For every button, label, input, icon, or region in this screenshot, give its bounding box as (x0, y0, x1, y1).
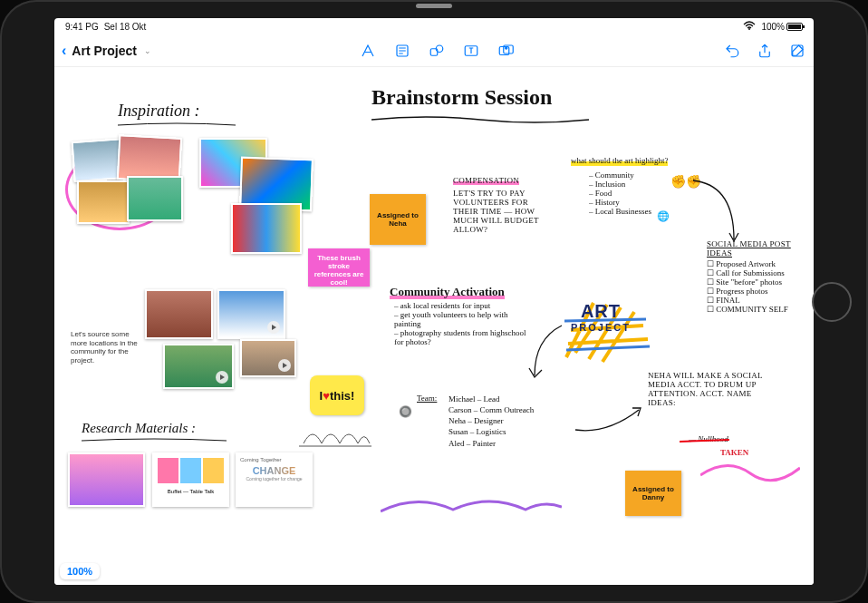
battery-pct: 100% (761, 22, 785, 32)
photo-thumbnail[interactable] (77, 180, 130, 224)
arrow-icon (571, 403, 643, 439)
coming-together-label: Coming Together (237, 454, 311, 465)
sticky-note-brush[interactable]: These brush stroke references are cool! (308, 248, 370, 287)
art-logo-line1: ART (571, 301, 631, 322)
list-item: Community (589, 170, 651, 180)
strike (680, 437, 729, 446)
back-button[interactable]: ‹ (62, 43, 66, 59)
list-item: FINAL (707, 296, 788, 305)
svg-point-0 (748, 28, 750, 30)
compensation-body: LET'S TRY TO PAY VOLUNTEERS FOR THEIR TI… (453, 189, 553, 234)
photo-thumbnail[interactable] (127, 176, 183, 221)
list-item: Progress photos (707, 287, 788, 296)
research-thumbnail[interactable]: Buffet — Table Talk (152, 452, 229, 507)
photo-thumbnail[interactable] (145, 289, 213, 339)
list-item: Proposed Artwork (707, 259, 788, 268)
arrow-icon (526, 321, 571, 384)
list-item: photography students from highschool for… (394, 328, 530, 346)
wifi-icon (743, 21, 756, 32)
art-logo-line2: PROJECT (571, 322, 631, 333)
chevron-down-icon[interactable]: ⌄ (144, 46, 151, 55)
photo-thumbnail[interactable] (240, 339, 296, 377)
status-date: Sel 18 Okt (104, 22, 147, 32)
neha-note: NEHA WILL MAKE A SOCIAL MEDIA ACCT. TO D… (648, 371, 766, 407)
play-icon[interactable] (267, 321, 280, 334)
pen-tool-icon[interactable] (359, 43, 377, 59)
research-thumbnail[interactable] (68, 452, 145, 507)
canvas-main-title: Brainstorm Session (371, 85, 552, 110)
highlight-list: Community Inclusion Food History Local B… (589, 170, 651, 216)
highlight-question: what should the art highlight? (571, 156, 668, 166)
photo-thumbnail[interactable] (217, 289, 285, 339)
activation-list: ask local residents for input get youth … (394, 301, 530, 346)
change-title: CHANGE (237, 465, 311, 476)
battery-indicator: 100% (761, 22, 803, 32)
sticky-note-love[interactable]: I ♥ this! (310, 375, 364, 415)
list-item: Susan – Logistics (448, 426, 534, 437)
power-emoji: 🔘 (399, 405, 412, 418)
list-item: Carson – Comm Outreach (448, 404, 534, 415)
app-toolbar: ‹ Art Project ⌄ (54, 34, 814, 67)
undo-icon[interactable] (723, 43, 741, 59)
list-item: Inclusion (589, 180, 651, 189)
text-tool-icon[interactable] (462, 43, 480, 59)
love-suffix: this! (330, 389, 354, 403)
source-note: Let's source some more locations in the … (71, 330, 143, 365)
board-title[interactable]: Art Project (72, 44, 137, 58)
list-item: Michael – Lead (448, 394, 534, 404)
list-item: Local Businesses (589, 207, 651, 216)
play-icon[interactable] (278, 359, 291, 372)
list-item: Site "before" photos (707, 277, 788, 287)
status-bar: 9:41 PG Sel 18 Okt 100% (54, 18, 814, 34)
research-card-caption: Buffet — Table Talk (154, 489, 227, 494)
freeform-canvas[interactable]: Brainstorm Session Inspiration : These b… (54, 67, 814, 585)
list-item: Neha – Designer (448, 415, 534, 426)
list-item: Call for Submissions (707, 268, 788, 277)
purple-scribble (381, 493, 562, 520)
team-list: Michael – Lead Carson – Comm Outreach Ne… (448, 394, 534, 449)
research-heading: Research Materials : (82, 421, 196, 436)
media-tool-icon[interactable] (497, 43, 515, 59)
play-icon[interactable] (216, 371, 228, 384)
list-item: get youth volunteers to help with painti… (394, 310, 530, 328)
arrow-icon (689, 176, 743, 248)
doodle (299, 416, 371, 452)
social-heading: SOCIAL MEDIA POST IDEAS (707, 239, 814, 258)
photo-thumbnail[interactable] (163, 344, 234, 389)
compensation-heading: COMPENSATION (453, 176, 519, 185)
zoom-indicator[interactable]: 100% (60, 563, 100, 579)
battery-icon (786, 23, 803, 31)
screen: 9:41 PG Sel 18 Okt 100% ‹ Art Project ⌄ (54, 18, 814, 585)
globe-emoji: 🌐 (657, 210, 670, 222)
share-icon[interactable] (756, 43, 774, 59)
shapes-tool-icon[interactable] (428, 43, 446, 59)
change-sub: Coming together for change (237, 476, 311, 481)
inspiration-heading: Inspiration : (118, 102, 200, 121)
sticky-note-neha[interactable]: Assigned to Neha (370, 194, 426, 245)
list-item: Aled – Painter (448, 438, 534, 449)
art-project-logo: ART PROJECT (571, 301, 631, 333)
social-list: Proposed Artwork Call for Submissions Si… (707, 259, 788, 314)
svg-point-7 (506, 46, 507, 48)
status-time: 9:41 PG (65, 22, 99, 32)
list-item: History (589, 198, 651, 207)
pink-scribble (700, 457, 800, 484)
heart-icon: ♥ (323, 389, 330, 403)
research-thumbnail[interactable]: Coming Together CHANGE Coming together f… (236, 452, 313, 507)
team-heading: Team: (417, 394, 437, 404)
sticky-note-danny[interactable]: Assigned to Danny (625, 471, 681, 516)
list-item: COMMUNITY SELF (707, 305, 788, 314)
list-item: ask local residents for input (394, 301, 530, 310)
list-item: Food (589, 189, 651, 198)
sticky-note-tool-icon[interactable] (393, 43, 411, 59)
photo-thumbnail[interactable] (231, 203, 302, 254)
camera-pill (416, 4, 452, 8)
ipad-frame: 9:41 PG Sel 18 Okt 100% ‹ Art Project ⌄ (0, 0, 868, 603)
compose-icon[interactable] (788, 43, 806, 59)
activation-heading: Community Activation (390, 285, 505, 299)
